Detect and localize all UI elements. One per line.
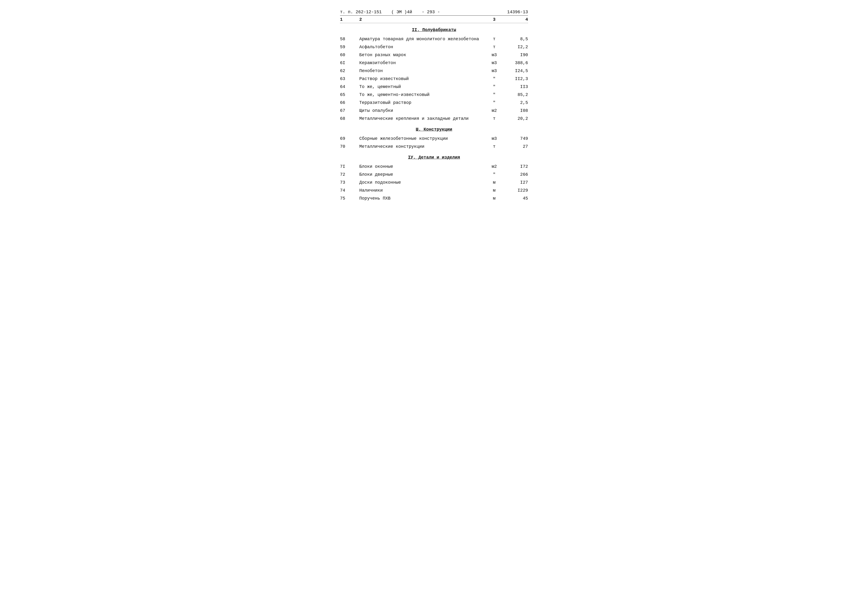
table-row: 73 Доски подоконные м I27 bbox=[340, 179, 528, 187]
row-value: 85,2 bbox=[504, 91, 528, 98]
row-name: Раствор известковый bbox=[354, 76, 485, 82]
row-num: 66 bbox=[340, 100, 354, 106]
table-row: 6I Керамзитобетон м3 388,6 bbox=[340, 59, 528, 67]
row-name: Наличники bbox=[354, 187, 485, 194]
row-value: I90 bbox=[504, 52, 528, 58]
row-num: 63 bbox=[340, 76, 354, 82]
table-row: 59 Асфальтобетон т I2,2 bbox=[340, 43, 528, 51]
doc-number: 14396-13 bbox=[507, 10, 528, 15]
row-name: Блоки дверные bbox=[354, 171, 485, 178]
row-name: Сборные железобетонные конструкции bbox=[354, 136, 485, 142]
table-row: 66 Терразитовый раствор " 2,5 bbox=[340, 99, 528, 107]
row-name: Пенобетон bbox=[354, 68, 485, 74]
row-unit: т bbox=[485, 36, 504, 42]
row-num: 75 bbox=[340, 195, 354, 202]
row-name: Асфальтобетон bbox=[354, 44, 485, 50]
table-row: 58 Арматура товарная для монолитного жел… bbox=[340, 35, 528, 43]
row-num: 62 bbox=[340, 68, 354, 74]
table-row: 60 Бетон разных марок м3 I90 bbox=[340, 51, 528, 59]
row-value: 8,5 bbox=[504, 36, 528, 42]
row-unit: м3 bbox=[485, 136, 504, 142]
row-value: II3 bbox=[504, 84, 528, 90]
row-unit: " bbox=[485, 84, 504, 90]
row-name: Терразитовый раствор bbox=[354, 100, 485, 106]
row-name: То же, цементный bbox=[354, 84, 485, 90]
row-num: 65 bbox=[340, 91, 354, 98]
row-name: Металлические конструкции bbox=[354, 144, 485, 150]
table-row: 7I Блоки оконные м2 I72 bbox=[340, 163, 528, 170]
row-name: Арматура товарная для монолитного железо… bbox=[354, 36, 485, 42]
row-unit: м bbox=[485, 179, 504, 186]
table-row: 69 Сборные железобетонные конструкции м3… bbox=[340, 135, 528, 143]
table-row: 64 То же, цементный " II3 bbox=[340, 83, 528, 91]
col-label-3: 3 bbox=[485, 17, 504, 22]
section-title-1: Ш. Конструкции bbox=[340, 127, 528, 132]
row-value: II2,3 bbox=[504, 76, 528, 82]
row-num: 59 bbox=[340, 44, 354, 50]
row-value: 749 bbox=[504, 136, 528, 142]
sections-container: II. Полуфабрикаты 58 Арматура товарная д… bbox=[340, 27, 528, 202]
row-value: 388,6 bbox=[504, 60, 528, 66]
table-row: 65 То же, цементно-известковый " 85,2 bbox=[340, 91, 528, 99]
row-value: I24,5 bbox=[504, 68, 528, 74]
row-num: 67 bbox=[340, 108, 354, 114]
table-row: 70 Металлические конструкции т 27 bbox=[340, 143, 528, 151]
col-label-1: 1 bbox=[340, 17, 354, 22]
row-value: 2,5 bbox=[504, 100, 528, 106]
table-row: 72 Блоки дверные " 266 bbox=[340, 170, 528, 179]
row-name: Керамзитобетон bbox=[354, 60, 485, 66]
table-row: 62 Пенобетон м3 I24,5 bbox=[340, 67, 528, 75]
row-value: 45 bbox=[504, 195, 528, 202]
row-num: 73 bbox=[340, 179, 354, 186]
row-value: 27 bbox=[504, 144, 528, 150]
section-title-0: II. Полуфабрикаты bbox=[340, 27, 528, 32]
table-row: 74 Наличники м I229 bbox=[340, 187, 528, 194]
row-unit: м2 bbox=[485, 163, 504, 170]
row-name: Щиты опалубки bbox=[354, 108, 485, 114]
row-value: I2,2 bbox=[504, 44, 528, 50]
doc-ref: т. п. 262-12-151 bbox=[340, 10, 382, 15]
row-num: 69 bbox=[340, 136, 354, 142]
row-num: 72 bbox=[340, 171, 354, 178]
row-value: 20,2 bbox=[504, 115, 528, 122]
table-row: 63 Раствор известковый " II2,3 bbox=[340, 75, 528, 83]
doc-code: ( ЭМ )4й bbox=[391, 10, 412, 15]
row-unit: м bbox=[485, 187, 504, 194]
row-num: 7I bbox=[340, 163, 354, 170]
section-title-2: IУ. Детали и изделия bbox=[340, 155, 528, 160]
row-name: То же, цементно-известковый bbox=[354, 91, 485, 98]
row-value: I27 bbox=[504, 179, 528, 186]
row-value: 266 bbox=[504, 171, 528, 178]
page-number: - 293 - bbox=[422, 10, 440, 15]
row-num: 74 bbox=[340, 187, 354, 194]
row-num: 6I bbox=[340, 60, 354, 66]
row-unit: м2 bbox=[485, 108, 504, 114]
row-num: 64 bbox=[340, 84, 354, 90]
row-num: 58 bbox=[340, 36, 354, 42]
row-unit: т bbox=[485, 144, 504, 150]
row-unit: " bbox=[485, 91, 504, 98]
column-labels: 1 2 3 4 bbox=[340, 16, 528, 23]
row-name: Доски подоконные bbox=[354, 179, 485, 186]
row-unit: м3 bbox=[485, 60, 504, 66]
row-unit: " bbox=[485, 76, 504, 82]
row-unit: м bbox=[485, 195, 504, 202]
row-unit: м3 bbox=[485, 68, 504, 74]
row-unit: т bbox=[485, 115, 504, 122]
row-name: Поручень ПХВ bbox=[354, 195, 485, 202]
row-unit: " bbox=[485, 171, 504, 178]
row-num: 70 bbox=[340, 144, 354, 150]
table-row: 75 Поручень ПХВ м 45 bbox=[340, 194, 528, 202]
row-value: I229 bbox=[504, 187, 528, 194]
row-num: 60 bbox=[340, 52, 354, 58]
col-label-4: 4 bbox=[504, 17, 528, 22]
row-unit: т bbox=[485, 44, 504, 50]
header-left: т. п. 262-12-151 ( ЭМ )4й - 293 - bbox=[340, 10, 440, 15]
row-name: Блоки оконные bbox=[354, 163, 485, 170]
row-value: I72 bbox=[504, 163, 528, 170]
row-value: I08 bbox=[504, 108, 528, 114]
col-label-2: 2 bbox=[354, 17, 485, 22]
row-name: Бетон разных марок bbox=[354, 52, 485, 58]
table-row: 67 Щиты опалубки м2 I08 bbox=[340, 107, 528, 115]
table-row: 68 Металлические крепления и закладные д… bbox=[340, 115, 528, 123]
